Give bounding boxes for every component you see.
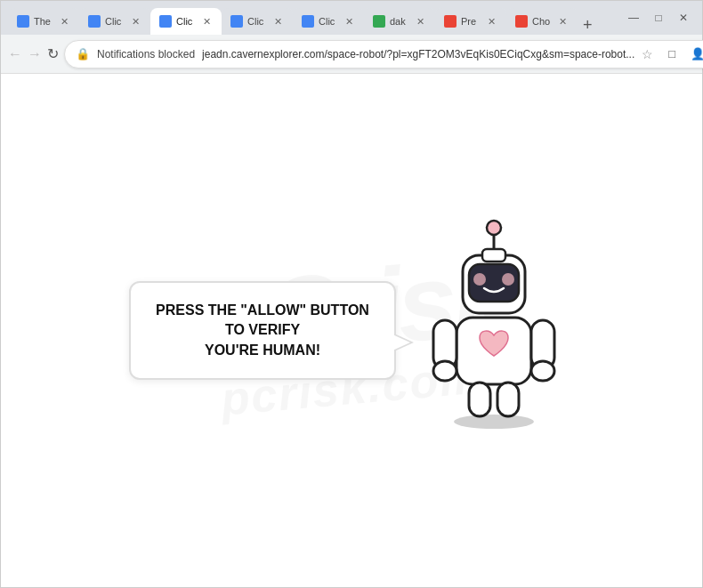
tab-favicon-3 <box>159 15 172 28</box>
back-button[interactable]: ← <box>8 42 22 67</box>
svg-point-11 <box>531 361 554 381</box>
tab-label-4: Clic <box>247 16 268 27</box>
extension-btn-1[interactable]: □ <box>660 43 683 66</box>
forward-button[interactable]: → <box>28 42 42 67</box>
tab-favicon-4 <box>230 15 243 28</box>
tab-1[interactable]: The ✕ <box>8 8 79 35</box>
page-content: PCrisk pcrisk.com PRESS THE "ALLOW" BUTT… <box>1 74 702 587</box>
bubble-line1: PRESS THE "ALLOW" BUTTON TO VERIFY <box>156 302 369 337</box>
tab-favicon-6 <box>373 15 385 28</box>
close-button[interactable]: ✕ <box>672 9 695 27</box>
svg-point-9 <box>433 361 457 381</box>
minimize-button[interactable]: — <box>622 9 645 27</box>
robot-container <box>414 215 574 447</box>
tab-close-1[interactable]: ✕ <box>59 15 70 28</box>
window-controls: — □ ✕ <box>622 9 695 27</box>
svg-point-4 <box>473 273 486 286</box>
svg-rect-13 <box>497 383 519 416</box>
svg-rect-6 <box>482 249 505 262</box>
security-icon: 🔒 <box>76 47 90 60</box>
tab-label-2: Clic <box>105 16 125 27</box>
tab-favicon-2 <box>88 15 101 28</box>
scene: PRESS THE "ALLOW" BUTTON TO VERIFY YOU'R… <box>129 215 574 447</box>
url-text: jeadn.cavernexplorer.com/space-robot/?pl… <box>202 48 634 60</box>
tab-close-5[interactable]: ✕ <box>343 15 355 28</box>
tab-close-3[interactable]: ✕ <box>201 15 213 28</box>
tab-2[interactable]: Clic ✕ <box>79 8 150 35</box>
nav-bar: ← → ↻ 🔒 Notifications blocked jeadn.cave… <box>1 35 702 74</box>
bubble-line2: YOU'RE HUMAN! <box>205 342 320 358</box>
tab-list: The ✕ Clic ✕ Clic ✕ Clic ✕ <box>8 1 615 35</box>
tab-label-7: Pre <box>461 16 481 27</box>
tab-label-3: Clic <box>176 16 197 27</box>
svg-point-1 <box>487 221 501 235</box>
bookmark-icon[interactable]: ☆ <box>642 47 653 61</box>
tab-close-7[interactable]: ✕ <box>486 15 497 28</box>
tab-label-1: The <box>34 16 54 27</box>
tab-5[interactable]: Clic ✕ <box>293 8 364 35</box>
address-bar[interactable]: 🔒 Notifications blocked jeadn.cavernexpl… <box>64 40 703 68</box>
tab-label-5: Clic <box>319 16 339 27</box>
tab-favicon-7 <box>444 15 457 28</box>
bubble-text: PRESS THE "ALLOW" BUTTON TO VERIFY YOU'R… <box>156 301 369 360</box>
extension-btn-2[interactable]: 👤 <box>686 43 703 66</box>
svg-point-14 <box>454 415 534 429</box>
tab-3[interactable]: Clic ✕ <box>150 8 222 35</box>
svg-point-5 <box>502 273 514 286</box>
maximize-button[interactable]: □ <box>647 9 670 27</box>
tab-6[interactable]: dak ✕ <box>364 8 435 35</box>
title-bar: The ✕ Clic ✕ Clic ✕ Clic ✕ <box>1 1 702 35</box>
browser-frame: The ✕ Clic ✕ Clic ✕ Clic ✕ <box>0 0 703 588</box>
tab-close-6[interactable]: ✕ <box>415 15 426 28</box>
tab-favicon-5 <box>302 15 314 28</box>
tab-close-8[interactable]: ✕ <box>557 15 569 28</box>
tab-favicon-1 <box>17 15 29 28</box>
address-extensions: □ 👤 <box>660 43 703 66</box>
tab-label-6: dak <box>390 16 410 27</box>
svg-rect-12 <box>469 383 490 416</box>
robot-svg <box>414 215 574 438</box>
notification-blocked-label: Notifications blocked <box>97 48 195 60</box>
tab-close-2[interactable]: ✕ <box>130 15 141 28</box>
tab-label-8: Cho <box>532 16 553 27</box>
tab-favicon-8 <box>515 15 528 28</box>
tab-7[interactable]: Pre ✕ <box>435 8 506 35</box>
speech-bubble: PRESS THE "ALLOW" BUTTON TO VERIFY YOU'R… <box>129 281 396 380</box>
new-tab-button[interactable]: + <box>578 16 598 35</box>
refresh-button[interactable]: ↻ <box>47 42 59 67</box>
tab-close-4[interactable]: ✕ <box>272 15 284 28</box>
tab-8[interactable]: Cho ✕ <box>506 8 578 35</box>
tab-4[interactable]: Clic ✕ <box>222 8 293 35</box>
